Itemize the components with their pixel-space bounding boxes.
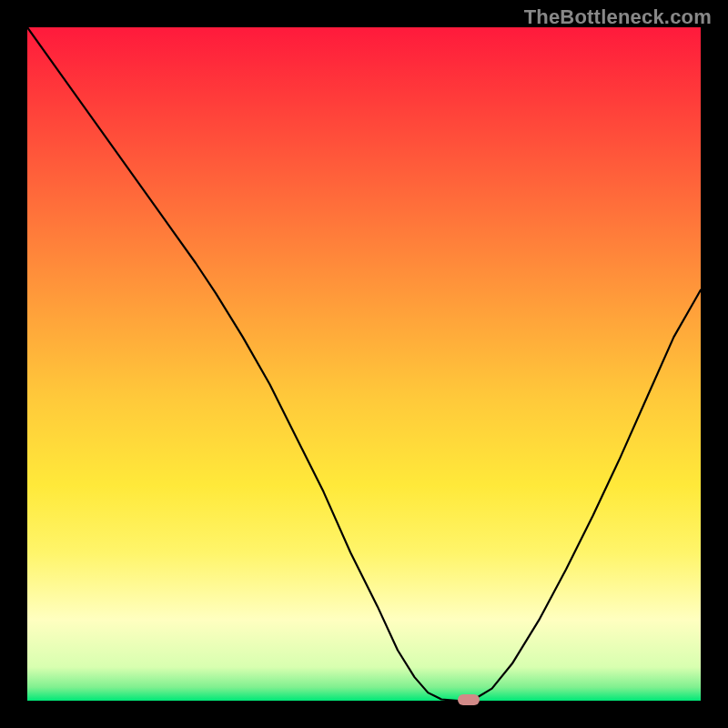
chart-svg [27,27,701,701]
plot-area [27,27,701,701]
minimum-marker [458,694,480,705]
chart-background [27,27,701,701]
watermark-text: TheBottleneck.com [524,5,712,29]
